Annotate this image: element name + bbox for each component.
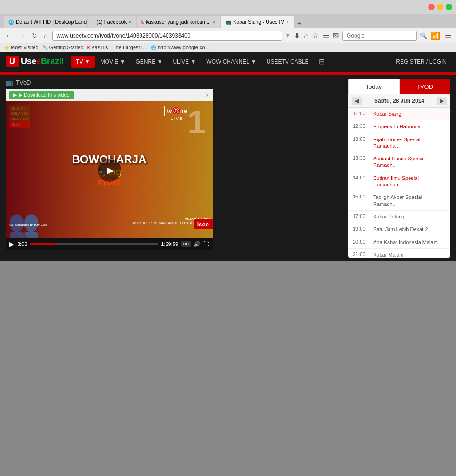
tv1-logo: tv⓪ne LIVE	[164, 106, 189, 121]
tab-1[interactable]: 🌐 Default WIFI.ID | Desktop Landi... ×	[4, 16, 87, 28]
progress-fill	[30, 243, 55, 245]
mail-icon[interactable]: ✉	[332, 30, 340, 41]
sched-title-2[interactable]: Hijab Stories Spesial Ramadha...	[373, 136, 446, 150]
schedule-item-9: 21:00 Kabar Malam	[348, 249, 450, 257]
current-date: Sabtu, 28 Jun 2014	[374, 98, 424, 104]
minimize-window-button[interactable]	[437, 4, 443, 10]
nav-item-grid[interactable]: ⊞	[314, 54, 329, 69]
bookmark-getting-started-label: Getting Started	[49, 45, 84, 50]
total-time: 1:29:59	[161, 241, 178, 247]
save-indone-text: Selamatkan IndONEsa	[9, 223, 47, 227]
sched-title-0[interactable]: Kabar Siang	[373, 111, 402, 117]
most-visited-icon: ⭐	[4, 45, 9, 50]
nav-item-tv[interactable]: TV ▼	[71, 56, 95, 68]
progress-bar[interactable]	[30, 243, 158, 245]
sched-time-2: 13:00	[353, 136, 369, 142]
volume-button[interactable]: 🔊	[194, 241, 201, 247]
search-icon[interactable]: 🔍	[420, 32, 427, 39]
home-button[interactable]: ⌂	[42, 31, 49, 40]
tab-favicon-1: 🌐	[8, 20, 14, 25]
tab-title-3: kaskuser yang jadi korban ...	[146, 19, 211, 25]
prev-date-button[interactable]: ◀	[352, 97, 362, 105]
register-button[interactable]: REGISTER / LOGIN	[392, 56, 450, 68]
schedule-item-2[interactable]: 13:00 Hijab Stories Spesial Ramadha...	[348, 133, 450, 153]
current-time: 3:05	[17, 241, 27, 247]
nav-item-genre[interactable]: GENRE ▼	[131, 56, 168, 68]
bookmark-most-visited[interactable]: ⭐ Most Visited	[4, 45, 39, 50]
video-background: 29 JUNI BELANDA MEKSIKO 22:00 👥	[6, 101, 213, 238]
home-icon[interactable]: ⌂	[303, 31, 309, 41]
bookmark-getting-started[interactable]: 🔧 Getting Started	[42, 45, 84, 50]
google-icon: 🌐	[151, 45, 156, 50]
bookmark-kaskus[interactable]: k Kaskus - The Largest I...	[87, 45, 147, 50]
nav-item-ulive[interactable]: ULIVE ▼	[168, 56, 201, 68]
schedule-item-4[interactable]: 14:00 Butiran Ilmu Spesial Ramadhan...	[348, 172, 450, 192]
download-video-button[interactable]: ▶ ▶ Download this video	[9, 91, 74, 99]
signal-icon: 📶	[430, 30, 441, 41]
sched-title-4[interactable]: Butiran Ilmu Spesial Ramadhan...	[373, 175, 446, 188]
tab-close-2[interactable]: ×	[128, 20, 131, 25]
schedule-item-8: 20:00 Apa Kabar Indonesia Malam	[348, 236, 450, 249]
tab-favicon-4: 📺	[226, 20, 231, 25]
search-input[interactable]	[342, 31, 417, 41]
sched-time-4: 14:00	[353, 175, 369, 180]
play-button[interactable]: ▶	[9, 240, 14, 248]
close-window-button[interactable]	[428, 4, 435, 10]
tvod-section: 📺 TVoD ▶ ▶ Download this video ×	[6, 79, 343, 258]
sched-time-7: 19:00	[353, 226, 369, 231]
schedule-item-1[interactable]: 12:30 Property In Harmony	[348, 120, 450, 133]
schedule-item-0[interactable]: 11:00 Kabar Siang	[348, 108, 450, 120]
sched-time-6: 17:00	[353, 213, 369, 219]
sched-title-7: Satu Jam Lebih Dekat 2	[373, 226, 428, 232]
tab-title-1: Default WIFI.ID | Desktop Landi...	[16, 19, 87, 25]
nav-item-cable[interactable]: USEETV CABLE	[262, 56, 314, 68]
sched-title-3[interactable]: Asmaul Husna Spesial Ramadh...	[373, 155, 446, 169]
next-date-button[interactable]: ▶	[437, 97, 447, 105]
logo-text[interactable]: UseeBrazil	[21, 57, 64, 66]
refresh-button[interactable]: ↻	[30, 31, 39, 40]
hd-badge: HD	[181, 241, 191, 247]
nav-menu: TV ▼ MOVIE ▼ GENRE ▼ ULIVE ▼ WOW CHANNEL…	[71, 54, 392, 69]
tab-close-3[interactable]: ×	[213, 20, 215, 25]
tab-bar: 🌐 Default WIFI.ID | Desktop Landi... × f…	[0, 14, 456, 28]
tvod-icon: 📺	[6, 79, 13, 86]
maximize-window-button[interactable]	[446, 4, 452, 10]
sched-title-8: Apa Kabar Indonesia Malam	[373, 239, 438, 245]
nav-item-movie[interactable]: MOVIE ▼	[96, 56, 130, 68]
schedule-item-3[interactable]: 13:30 Asmaul Husna Spesial Ramadh...	[348, 152, 450, 172]
bookmark-icon[interactable]: ☆	[311, 30, 320, 41]
nav-item-wow[interactable]: WOW CHANNEL ▼	[201, 56, 261, 68]
tab-close-4[interactable]: ×	[286, 20, 289, 25]
play-overlay[interactable]: ▶	[98, 159, 121, 182]
tvod-label: 📺 TVoD	[6, 79, 343, 86]
menu-icon[interactable]: ☰	[444, 30, 452, 41]
download-bar-close[interactable]: ×	[206, 92, 209, 99]
new-tab-button[interactable]: +	[295, 19, 304, 28]
red-strip	[0, 72, 456, 75]
schedule-panel: Today TVOD ◀ Sabtu, 28 Jun 2014 ▶ 11:00 …	[348, 79, 450, 258]
address-bar: ← → ↻ ⌂ ▼ ⬇ ⌂ ☆ ☰ ✉ 🔍 📶 ☰	[0, 28, 456, 43]
sched-time-9: 21:00	[353, 251, 369, 257]
number-one: 1	[188, 104, 206, 141]
tab-3[interactable]: k kaskuser yang jadi korban ... ×	[137, 16, 220, 28]
back-button[interactable]: ←	[4, 31, 14, 40]
settings-icon[interactable]: ☰	[322, 30, 330, 41]
tvod-text: TVoD	[16, 79, 31, 86]
kaskus-icon: k	[87, 45, 90, 50]
content-area: 📺 TVoD ▶ ▶ Download this video ×	[0, 75, 456, 261]
download-bar: ▶ ▶ Download this video ×	[6, 89, 213, 101]
bookmark-most-visited-label: Most Visited	[11, 45, 39, 50]
sched-title-1[interactable]: Property In Harmony	[373, 123, 420, 130]
tab-2[interactable]: f (1) Facebook ×	[88, 16, 136, 28]
schedule-tabs: Today TVOD	[348, 79, 450, 94]
url-input[interactable]	[52, 31, 282, 41]
forward-button[interactable]: →	[17, 31, 27, 40]
bookmark-google[interactable]: 🌐 http://www.google.co...	[151, 45, 209, 50]
tab-4[interactable]: 📺 Kabar Siang - UseeTV ×	[221, 16, 294, 28]
tab-tvod[interactable]: TVOD	[399, 79, 450, 94]
tab-today[interactable]: Today	[348, 79, 399, 94]
schedule-item-7: 19:00 Satu Jam Lebih Dekat 2	[348, 223, 450, 236]
download-icon[interactable]: ⬇	[293, 30, 301, 41]
download-button-label: ▶ Download this video	[19, 92, 70, 98]
fullscreen-button[interactable]: ⛶	[203, 241, 209, 247]
